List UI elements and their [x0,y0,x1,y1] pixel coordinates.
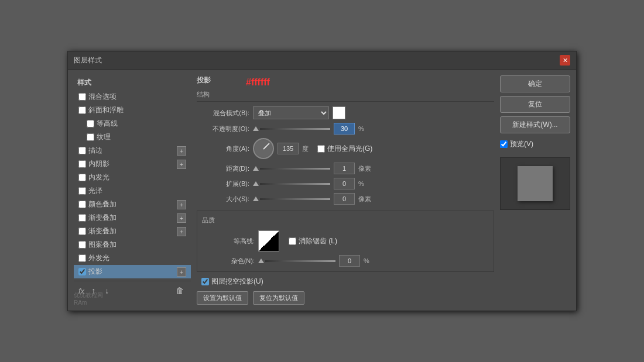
sidebar-item-pattern-overlay[interactable]: 图案叠加 [74,238,191,251]
delete-button[interactable]: 🗑 [173,285,186,297]
inner-glow-checkbox[interactable] [78,174,86,181]
noise-input[interactable] [339,255,360,267]
gradient-overlay1-plus-btn[interactable]: + [177,213,186,223]
reset-default-button[interactable]: 复位为默认值 [253,291,304,305]
sidebar-item-inner-shadow[interactable]: 内阴影 + [74,157,191,171]
opacity-input[interactable] [334,123,355,135]
global-light-checkbox[interactable] [317,145,325,153]
distance-slider-track[interactable] [260,168,330,170]
distance-slider-triangle[interactable] [253,166,259,171]
texture-checkbox[interactable] [87,133,94,141]
noise-label-text: 杂色(N): [202,257,255,266]
layer-knockout-row: 图层挖空投影(U) [201,277,494,287]
opacity-row: 不透明度(O): % [197,123,494,135]
size-label: 大小(S): [197,195,249,204]
outer-glow-label: 外发光 [88,253,186,263]
gradient-overlay1-checkbox[interactable] [78,214,86,222]
size-input[interactable] [334,193,355,205]
right-panel: 确定 复位 新建样式(W)... 预览(V) [500,75,570,305]
noise-slider-track[interactable] [265,260,335,262]
satin-checkbox[interactable] [78,187,86,195]
blend-color-swatch[interactable] [333,106,345,119]
gradient-overlay2-checkbox[interactable] [78,227,86,235]
angle-unit: 度 [302,144,314,153]
sidebar-item-gradient-overlay2[interactable]: 渐变叠加 + [74,225,191,238]
noise-unit: % [364,257,375,264]
preview-row: 预览(V) [500,139,570,149]
sidebar-item-contour[interactable]: 等高线 [74,117,191,130]
sidebar-item-blend-options[interactable]: 混合选项 [74,90,191,104]
opacity-unit: % [358,125,370,132]
sidebar-item-satin[interactable]: 光泽 [74,184,191,198]
bevel-emboss-label: 斜面和浮雕 [88,105,186,115]
opacity-slider-container [253,126,330,131]
sidebar-item-texture[interactable]: 纹理 [74,130,191,144]
layer-knockout-checkbox[interactable] [201,278,209,285]
color-overlay-checkbox[interactable] [78,201,86,208]
opacity-slider-triangle[interactable] [253,126,259,131]
structure-subtitle: 结构 [197,90,494,102]
size-row: 大小(S): 像素 [197,193,494,205]
left-panel: 样式 混合选项 斜面和浮雕 等高线 纹理 描边 + [74,75,191,305]
noise-slider-triangle[interactable] [258,258,264,263]
sidebar-item-bevel-emboss[interactable]: 斜面和浮雕 [74,104,191,117]
new-style-button[interactable]: 新建样式(W)... [500,116,570,133]
sidebar-item-color-overlay[interactable]: 颜色叠加 + [74,198,191,211]
drop-shadow-plus-btn[interactable]: + [177,267,186,277]
spread-slider-container [253,181,330,186]
sidebar-item-gradient-overlay1[interactable]: 渐变叠加 + [74,211,191,225]
watermark-line2: RAm [74,299,103,306]
contour-checkbox[interactable] [87,120,94,127]
distance-row: 距离(D): 像素 [197,163,494,174]
distance-label: 距离(D): [197,164,249,173]
drop-shadow-label: 投影 [88,267,174,277]
pattern-overlay-checkbox[interactable] [78,241,86,249]
opacity-slider-track[interactable] [260,128,330,130]
move-down-button[interactable]: ↓ [102,285,111,297]
layer-style-dialog: 图层样式 ✕ 样式 混合选项 斜面和浮雕 等高线 纹理 [67,51,577,311]
inner-shadow-plus-btn[interactable]: + [177,160,186,169]
spread-label: 扩展(B): [197,180,249,188]
angle-dial[interactable] [253,138,274,159]
stroke-checkbox[interactable] [78,147,86,154]
drop-shadow-checkbox[interactable] [78,268,86,275]
stroke-label: 描边 [88,146,174,156]
sidebar-item-drop-shadow[interactable]: 投影 + [74,265,191,278]
color-overlay-label: 颜色叠加 [88,199,174,209]
outer-glow-checkbox[interactable] [78,254,86,262]
size-slider-triangle[interactable] [253,196,259,201]
close-button[interactable]: ✕ [560,55,570,65]
bevel-emboss-checkbox[interactable] [78,106,86,114]
spread-input[interactable] [334,178,355,189]
spread-slider-triangle[interactable] [253,181,259,186]
size-slider-track[interactable] [260,198,330,200]
sidebar-item-stroke[interactable]: 描边 + [74,144,191,157]
spread-slider-track[interactable] [260,183,330,185]
watermark-line1: 优优教程网 [74,291,103,299]
quality-title: 品质 [202,216,489,227]
satin-label: 光泽 [88,186,186,196]
angle-input[interactable] [278,143,299,154]
distance-input[interactable] [334,163,355,174]
stroke-plus-btn[interactable]: + [177,146,186,156]
sidebar-item-outer-glow[interactable]: 外发光 [74,251,191,265]
ok-button[interactable]: 确定 [500,75,570,92]
inner-shadow-checkbox[interactable] [78,160,86,168]
blend-mode-select[interactable]: 叠加 正常 溶解 正片叠底 滤色 [253,106,329,119]
reset-button[interactable]: 复位 [500,96,570,113]
color-overlay-plus-btn[interactable]: + [177,200,186,209]
global-light-row: 使用全局光(G) [317,144,372,154]
blend-mode-row: 混合模式(B): 叠加 正常 溶解 正片叠底 滤色 [197,106,494,119]
blend-options-checkbox[interactable] [78,93,86,101]
gradient-overlay2-plus-btn[interactable]: + [177,227,186,236]
contour-row: 等高线: 消除锯齿 (L) [202,230,489,251]
sidebar-item-inner-glow[interactable]: 内发光 [74,171,191,184]
preview-label: 预览(V) [510,139,533,149]
set-default-button[interactable]: 设置为默认值 [197,291,248,305]
contour-thumbnail[interactable] [258,230,279,251]
preview-checkbox[interactable] [500,140,508,148]
angle-row: 角度(A): 度 使用全局光(G) [197,138,494,159]
distance-slider-container [253,166,330,171]
anti-alias-checkbox[interactable] [289,237,296,245]
preview-area [500,157,570,210]
